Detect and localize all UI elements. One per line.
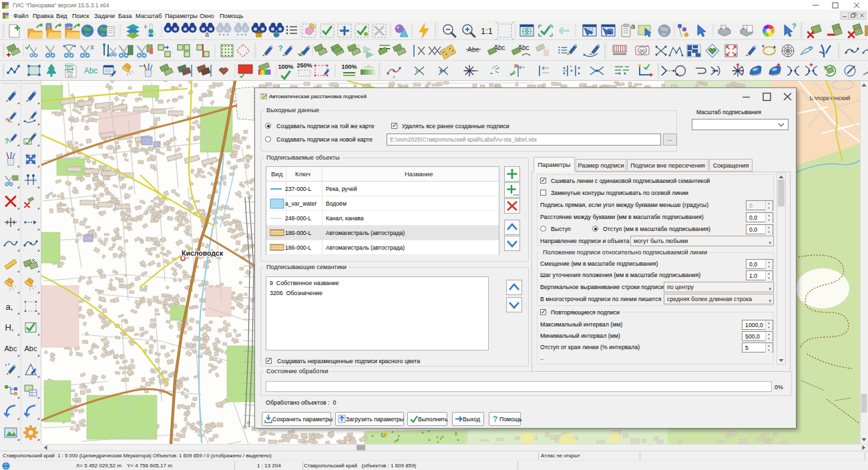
svg-text:H,: H,	[5, 322, 14, 332]
svg-text:a,: a,	[6, 302, 13, 312]
svg-text:Файл: Файл	[13, 13, 29, 19]
svg-text:a: a	[631, 22, 636, 30]
svg-text:Правка: Правка	[33, 13, 54, 19]
svg-text:Abc: Abc	[25, 344, 37, 352]
svg-text:250%: 250%	[296, 62, 312, 69]
svg-text:База: База	[118, 13, 132, 19]
svg-text:Кисловодск: Кисловодск	[182, 249, 224, 257]
svg-text:?: ?	[5, 137, 9, 145]
svg-text:BMP: BMP	[64, 65, 74, 70]
svg-text:100%: 100%	[341, 63, 357, 70]
svg-text:?: ?	[278, 44, 283, 52]
svg-text:ICO: ICO	[67, 74, 73, 77]
svg-text:Помощь: Помощь	[220, 13, 244, 19]
svg-text:?: ?	[792, 22, 797, 30]
svg-text:Вид: Вид	[56, 13, 67, 19]
svg-text:a: a	[205, 31, 209, 38]
svg-text:?: ?	[493, 415, 497, 424]
svg-text:a: a	[514, 62, 518, 69]
svg-text:100%: 100%	[278, 63, 293, 70]
svg-text:1:1: 1:1	[481, 26, 493, 36]
svg-text:Поиск: Поиск	[72, 13, 89, 19]
svg-text:Масштаб: Масштаб	[136, 13, 162, 19]
svg-text:Abc: Abc	[5, 344, 17, 352]
svg-text:Задачи: Задачи	[94, 13, 115, 19]
svg-text:Abc: Abc	[84, 66, 98, 75]
svg-text:90: 90	[640, 48, 646, 54]
svg-text:Окно: Окно	[200, 13, 214, 19]
svg-text:ГИС "Панорама" версия 15.5.3.1: ГИС "Панорама" версия 15.5.3.1 x64	[13, 2, 110, 9]
svg-text:Параметры: Параметры	[165, 13, 198, 19]
